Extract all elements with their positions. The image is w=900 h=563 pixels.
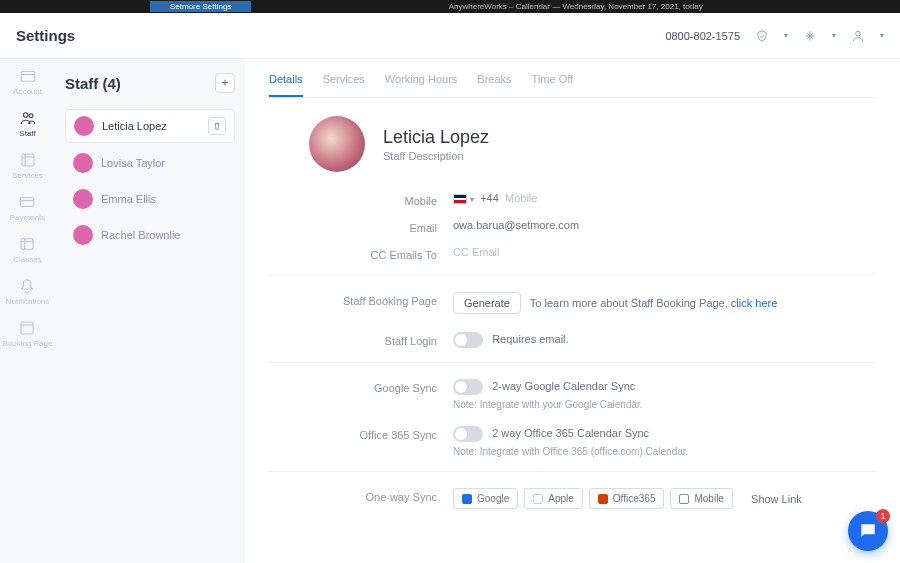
booking-hint: To learn more about Staff Booking Page, — [530, 297, 731, 309]
intercom-chat-button[interactable]: 1 — [848, 511, 888, 551]
staff-login-hint: Requires email. — [492, 333, 568, 345]
shield-icon[interactable] — [755, 29, 769, 43]
delete-staff-button[interactable] — [208, 117, 226, 135]
user-icon[interactable] — [851, 29, 865, 43]
page-title: Settings — [16, 27, 75, 44]
avatar — [73, 189, 93, 209]
booking-page-label: Staff Booking Page — [269, 292, 453, 307]
sync-google-button[interactable]: Google — [453, 488, 518, 509]
svg-rect-6 — [21, 239, 33, 250]
staff-item-lovisa[interactable]: Lovisa Taylor — [65, 147, 235, 179]
cc-label: CC Emails To — [269, 246, 453, 261]
staff-item-leticia[interactable]: Leticia Lopez — [65, 109, 235, 143]
staff-avatar-large[interactable] — [309, 116, 365, 172]
generate-button[interactable]: Generate — [453, 292, 521, 314]
svg-rect-7 — [21, 322, 33, 334]
divider — [269, 275, 876, 276]
google-sync-caption: 2-way Google Calendar Sync — [492, 380, 635, 392]
mobile-prefix: +44 — [480, 192, 499, 204]
svg-rect-1 — [21, 72, 35, 82]
staff-detail-content: Details Services Working Hours Breaks Ti… — [245, 59, 900, 563]
tab-time-off[interactable]: Time Off — [532, 73, 574, 97]
browser-tab-setmore[interactable]: Setmore Settings — [150, 1, 251, 12]
sparkle-icon[interactable] — [803, 29, 817, 43]
sync-mobile-button[interactable]: Mobile — [670, 488, 732, 509]
os-menubar: Setmore Settings AnywhereWorks – Callend… — [0, 0, 900, 13]
staff-login-label: Staff Login — [269, 332, 453, 347]
tab-services[interactable]: Services — [323, 73, 365, 97]
svg-rect-4 — [22, 154, 34, 166]
svg-point-3 — [29, 114, 33, 118]
nav-booking-page[interactable]: Booking Page — [3, 319, 53, 348]
show-link-button[interactable]: Show Link — [751, 493, 802, 505]
svg-point-2 — [23, 113, 28, 118]
svg-point-0 — [856, 31, 861, 36]
divider — [269, 471, 876, 472]
office-sync-label: Office 365 Sync — [269, 426, 453, 441]
avatar — [74, 116, 94, 136]
tab-working-hours[interactable]: Working Hours — [385, 73, 458, 97]
office-sync-note: Note: Integrate with Office 365 (office.… — [453, 446, 876, 457]
office-sync-toggle[interactable] — [453, 426, 483, 442]
staff-tabs: Details Services Working Hours Breaks Ti… — [269, 59, 876, 98]
email-input[interactable]: owa.barua@setmore.com — [453, 219, 876, 231]
app-header: Settings 0800-802-1575 ▾ ▾ ▾ — [0, 13, 900, 59]
mobile-label: Mobile — [269, 192, 453, 207]
staff-item-emma[interactable]: Emma Ellis — [65, 183, 235, 215]
avatar — [73, 153, 93, 173]
staff-list-title: Staff (4) — [65, 75, 121, 92]
tab-details[interactable]: Details — [269, 73, 303, 97]
nav-staff[interactable]: Staff — [19, 109, 37, 138]
oneway-sync-label: One-way Sync — [269, 488, 453, 503]
staff-login-toggle[interactable] — [453, 332, 483, 348]
office-sync-caption: 2 way Office 365 Calendar Sync — [492, 427, 649, 439]
divider — [269, 362, 876, 363]
mobile-input[interactable]: Mobile — [505, 192, 537, 204]
staff-item-rachel[interactable]: Rachel Brownlie — [65, 219, 235, 251]
flag-uk-icon[interactable] — [453, 194, 467, 204]
settings-nav: Account Staff Services Payments Classes … — [0, 59, 55, 563]
google-sync-label: Google Sync — [269, 379, 453, 394]
cc-email-input[interactable]: CC Email — [453, 246, 876, 258]
email-label: Email — [269, 219, 453, 234]
tab-breaks[interactable]: Breaks — [477, 73, 511, 97]
staff-list-panel: Staff (4) + Leticia Lopez Lovisa Taylor … — [55, 59, 245, 563]
sync-office365-button[interactable]: Office365 — [589, 488, 665, 509]
google-sync-toggle[interactable] — [453, 379, 483, 395]
nav-account[interactable]: Account — [13, 67, 42, 96]
add-staff-button[interactable]: + — [215, 73, 235, 93]
staff-name-heading[interactable]: Leticia Lopez — [383, 127, 489, 148]
avatar — [73, 225, 93, 245]
google-sync-note: Note: Integrate with your Google Calenda… — [453, 399, 876, 410]
svg-rect-5 — [21, 198, 35, 207]
chat-unread-badge: 1 — [876, 509, 890, 523]
nav-notifications[interactable]: Notifications — [6, 277, 50, 306]
nav-classes[interactable]: Classes — [13, 235, 41, 264]
booking-learn-more-link[interactable]: click here — [731, 297, 777, 309]
nav-payments[interactable]: Payments — [10, 193, 46, 222]
staff-description-field[interactable]: Staff Description — [383, 150, 489, 162]
nav-services[interactable]: Services — [12, 151, 43, 180]
sync-apple-button[interactable]: Apple — [524, 488, 583, 509]
browser-tab-calendar[interactable]: AnywhereWorks – Callendar — Wednesday, N… — [449, 2, 703, 11]
header-phone[interactable]: 0800-802-1575 — [665, 30, 740, 42]
